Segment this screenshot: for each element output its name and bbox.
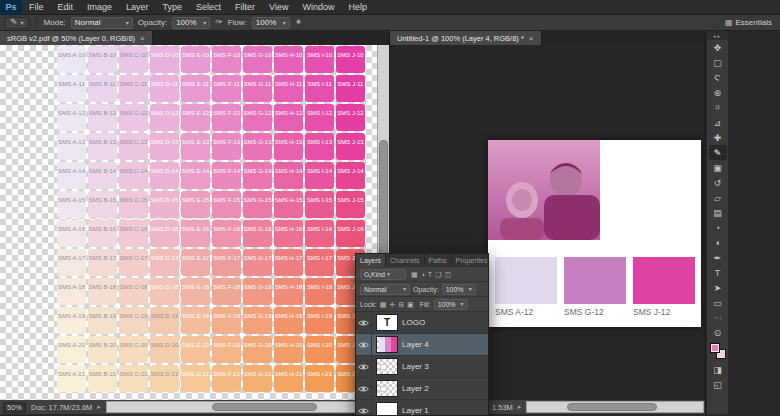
lock-icon-1[interactable]: ✛ [389,301,395,308]
menu-view[interactable]: View [262,2,295,12]
swatch-label: SMS E-18 [182,284,209,290]
eraser-tool[interactable]: ▱ [709,190,727,205]
opacity-input[interactable]: 100% ▾ [172,17,210,29]
visibility-toggle[interactable] [356,378,372,399]
shape-tool[interactable]: ▭ [709,295,727,310]
horizontal-scrollbar-thumb[interactable] [567,403,657,411]
pen-tool[interactable]: ✒ [709,250,727,265]
swatch-label: SMS G-14 [243,168,271,174]
swatch-label: SMS J-13 [337,139,363,145]
swatch-label: SMS E-16 [182,226,209,232]
swatch-label: SMS H-21 [275,371,303,377]
close-tab-icon[interactable]: × [140,34,145,43]
lock-label: Lock: [360,301,377,308]
filter-icon-1[interactable]: ◑ [421,271,425,278]
hand-tool[interactable]: ☜ [709,310,727,325]
canvas-left[interactable]: SMS A-10SMS B-10SMS C-10SMS D-10SMS E-10… [0,45,389,400]
screen-mode-button[interactable]: ◱ [709,377,727,392]
menu-window[interactable]: Window [295,2,341,12]
status-arrow-icon[interactable]: ▸ [97,403,101,411]
marquee-tool[interactable]: ▢ [709,55,727,70]
lock-icon-3[interactable]: ▣ [407,301,414,308]
lock-icon-0[interactable]: ▦ [380,301,387,308]
crop-tool[interactable]: ⌗ [709,100,727,115]
visibility-toggle[interactable] [356,312,372,333]
brush-tool[interactable]: ✎ [709,145,727,160]
lasso-tool[interactable]: Ϛ [709,70,727,85]
document-tab-srgb[interactable]: sRGB v2.pdf @ 50% (Layer 0, RGB/8) × [0,31,153,45]
layer-row-layer-4[interactable]: Layer 4 [356,334,488,356]
horizontal-scrollbar[interactable] [106,401,388,413]
gradient-tool[interactable]: ▤ [709,205,727,220]
quick-selection-tool[interactable]: ⊛ [709,85,727,100]
blur-tool[interactable]: ◔ [709,220,727,235]
airbrush-icon[interactable]: ✴ [295,18,303,27]
canvas-swatch-box [633,257,695,304]
brush-preset-picker[interactable]: ✎ ▾ [5,17,29,29]
path-selection-tool[interactable]: ➤ [709,280,727,295]
swatch-label: SMS G-11 [244,81,272,87]
workspace-switcher[interactable]: ▦ Essentials [725,18,775,27]
lock-icon-2[interactable]: ⊞ [398,301,404,308]
swatch-cell: SMS J-10 [336,46,365,73]
menu-image[interactable]: Image [80,2,119,12]
swatch-label: SMS C-15 [120,197,148,203]
layer-row-logo[interactable]: TLOGO [356,312,488,334]
zoom-tool[interactable]: ⊙ [709,325,727,340]
swatch-label: SMS H-20 [275,342,303,348]
collapse-panel-icon[interactable]: ▸▸ [707,31,728,40]
swatch-label: SMS G-18 [243,284,271,290]
menu-select[interactable]: Select [189,2,228,12]
canvas-swatch-box [564,257,626,304]
menu-help[interactable]: Help [341,2,374,12]
horizontal-scrollbar[interactable] [526,401,704,413]
close-tab-icon[interactable]: × [529,34,534,43]
swatch-cell: SMS F-13 [212,133,241,160]
filter-icon-3[interactable]: ❑ [435,271,441,278]
visibility-toggle[interactable] [356,400,372,416]
vertical-scrollbar-thumb[interactable] [379,140,388,265]
layer-fill-input[interactable]: 100% ▾ [434,299,468,310]
filter-icon-2[interactable]: T [428,271,432,278]
menu-type[interactable]: Type [156,2,190,12]
swatch-label: SMS G-16 [243,226,271,232]
healing-brush-tool[interactable]: ✚ [709,130,727,145]
menu-layer[interactable]: Layer [119,2,156,12]
horizontal-scrollbar-thumb[interactable] [212,403,317,411]
eyedropper-tool[interactable]: ⊿ [709,115,727,130]
foreground-color-swatch[interactable] [710,343,720,353]
flow-input[interactable]: 100% ▾ [252,17,290,29]
swatch-cell: SMS D-21 [150,365,179,392]
layer-row-layer-3[interactable]: Layer 3 [356,356,488,378]
panel-tab-paths[interactable]: Paths [425,254,452,267]
document-tab-untitled[interactable]: Untitled-1 @ 100% (Layer 4, RGB/8) * × [390,31,542,45]
menu-filter[interactable]: Filter [228,2,262,12]
panel-tab-properties[interactable]: Properties [452,254,490,267]
blend-mode-select[interactable]: Normal ▾ [71,17,133,29]
layer-name: Layer 3 [402,362,429,371]
menu-file[interactable]: File [22,2,51,12]
zoom-level-field[interactable]: 50% [3,402,26,413]
clone-stamp-tool[interactable]: ▣ [709,160,727,175]
dodge-tool[interactable]: ◖ [709,235,727,250]
pressure-opacity-icon[interactable]: ✑ [215,18,223,27]
layer-blend-mode-select[interactable]: Normal ▾ [360,284,410,295]
filter-kind-select[interactable]: Kind ▾ [360,269,406,280]
type-tool[interactable]: T [709,265,727,280]
swatch-cell: SMS I-13 [305,133,334,160]
layer-row-layer-2[interactable]: Layer 2 [356,378,488,400]
layer-row-layer-1[interactable]: Layer 1 [356,400,488,416]
history-brush-tool[interactable]: ↺ [709,175,727,190]
layer-opacity-input[interactable]: 100% ▾ [442,284,476,295]
panel-tab-channels[interactable]: Channels [386,254,425,267]
filter-icon-0[interactable]: ▦ [411,271,418,278]
filter-icon-4[interactable]: ◫ [444,271,451,278]
visibility-toggle[interactable] [356,334,372,355]
swatch-label: SMS A-20 [58,342,85,348]
quick-mask-button[interactable]: ◨ [709,362,727,377]
status-arrow-icon[interactable]: ▸ [518,403,522,411]
menu-edit[interactable]: Edit [51,2,81,12]
visibility-toggle[interactable] [356,356,372,377]
move-tool[interactable]: ✥ [709,40,727,55]
panel-tab-layers[interactable]: Layers [356,254,386,267]
